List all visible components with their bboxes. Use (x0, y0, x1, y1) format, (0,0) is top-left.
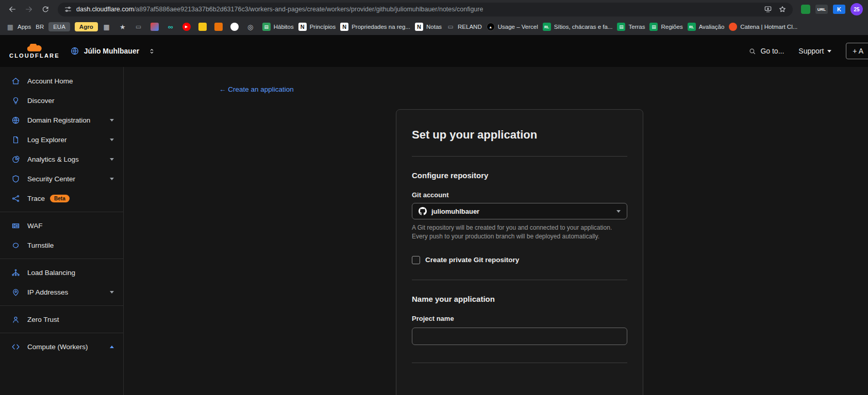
address-bar[interactable]: dash.cloudflare.com/a897af5886aee9213a37… (58, 3, 793, 16)
github-icon (230, 23, 239, 31)
bookmark-item[interactable] (230, 23, 242, 31)
trace-icon (11, 194, 20, 203)
chevron-down-icon (616, 210, 621, 213)
back-icon (8, 5, 16, 13)
sidebar-item-discover[interactable]: Discover (0, 91, 123, 110)
cloudflare-header: CLOUDFLARE Júlio Muhlbauer Go to... Supp… (0, 35, 868, 67)
bookmark-propriedades[interactable]: NPropriedades na reg... (340, 23, 410, 31)
github-icon (419, 207, 427, 215)
bookmark-principios[interactable]: NPrincípios (298, 23, 336, 31)
sidebar-divider (0, 259, 123, 259)
bookmark-vercel[interactable]: ▲Usage – Vercel (487, 23, 538, 31)
bookmark-reland[interactable]: ▭RELAND (446, 23, 482, 31)
notion-icon: N (415, 23, 423, 31)
sidebar-item-security-center[interactable]: Security Center (0, 169, 123, 188)
name-application-heading: Name your application (412, 295, 627, 303)
bookmark-star-icon[interactable] (778, 5, 787, 13)
support-menu[interactable]: Support (798, 47, 831, 55)
bookmark-notas[interactable]: NNotas (415, 23, 442, 31)
chevron-down-icon (110, 158, 114, 161)
reload-button[interactable] (38, 2, 53, 16)
sidebar-item-load-balancing[interactable]: Load Balancing (0, 263, 123, 282)
shield-icon (11, 175, 20, 183)
apps-grid-icon: ▦ (6, 23, 14, 31)
project-name-input[interactable] (412, 328, 627, 345)
sidebar-item-log-explorer[interactable]: Log Explorer (0, 130, 123, 149)
forward-button[interactable] (22, 2, 36, 16)
bookmark-item[interactable]: ∞ (166, 23, 178, 31)
bookmark-habitos[interactable]: ▤Hábitos (262, 23, 294, 31)
add-button[interactable]: + A (846, 43, 868, 59)
globe-icon (70, 46, 79, 56)
bookmark-regioes[interactable]: ▤Regiões (649, 23, 682, 31)
turnstile-icon (11, 241, 20, 250)
reload-icon (41, 5, 49, 13)
lightbulb-icon (11, 96, 20, 105)
sidebar-item-trace[interactable]: TraceBeta (0, 188, 123, 208)
sidebar-item-turnstile[interactable]: Turnstile (0, 235, 123, 255)
url-domain: dash.cloudflare.com (76, 6, 134, 13)
git-account-value: juliomuhlbauer (431, 208, 479, 215)
configure-repository-heading: Configure repository (412, 171, 627, 180)
bookmark-item[interactable]: ▭ (135, 23, 146, 31)
browser-toolbar: dash.cloudflare.com/a897af5886aee9213a37… (0, 0, 868, 19)
bookmark-item[interactable]: ★ (119, 23, 130, 31)
git-repo-help-text: A Git repository will be created for you… (412, 224, 618, 242)
notion-icon: N (340, 23, 348, 31)
bookmark-item[interactable]: ◎ (246, 23, 258, 31)
load-balancer-icon (11, 268, 20, 277)
account-selector[interactable]: Júlio Muhlbauer (70, 46, 156, 56)
bookmark-item[interactable]: EUA (48, 22, 70, 31)
bookmark-terras[interactable]: ▤Terras (617, 23, 645, 31)
bookmark-item[interactable] (151, 23, 162, 31)
beta-badge: Beta (50, 195, 70, 202)
main-content: ← Create an application Set up your appl… (124, 67, 868, 395)
git-account-select[interactable]: juliomuhlbauer (412, 203, 627, 219)
forward-icon (25, 5, 33, 13)
url-extension-icon[interactable]: URL (815, 5, 828, 14)
site-info-icon[interactable] (64, 5, 72, 13)
sidebar-item-ip-addresses[interactable]: IP Addresses (0, 282, 123, 302)
sidebar-item-compute-workers[interactable]: Compute (Workers) (0, 337, 123, 356)
back-to-create-application-link[interactable]: ← Create an application (219, 85, 294, 93)
hotmart-icon (729, 23, 737, 31)
bookmark-item[interactable]: Agro (75, 22, 98, 31)
sidebar-item-domain-registration[interactable]: Domain Registration (0, 110, 123, 130)
go-to-search[interactable]: Go to... (748, 47, 784, 55)
sidebar-item-zero-trust[interactable]: Zero Trust (0, 310, 123, 329)
bookmark-item[interactable] (198, 23, 210, 31)
sidebar-divider (0, 333, 123, 333)
extension-icon[interactable] (801, 5, 810, 14)
bookmark-catena[interactable]: Catena | Hotmart Cl... (729, 23, 797, 31)
bookmark-item[interactable] (214, 23, 226, 31)
pie-chart-icon (11, 155, 20, 164)
folder-icon: ▭ (446, 23, 455, 31)
bookmark-item[interactable]: BR (36, 24, 44, 30)
location-pin-icon (11, 288, 20, 297)
back-button[interactable] (5, 2, 20, 16)
extensions-area: URL K 25 (801, 3, 863, 15)
sidebar-divider (0, 212, 123, 212)
k-extension-icon[interactable]: K (833, 5, 845, 14)
sidebar-item-account-home[interactable]: Account Home (0, 71, 123, 91)
bookmark-avaliacao[interactable]: RLAvaliação (688, 23, 725, 31)
bookmark-favicon: ▤ (649, 23, 658, 31)
bookmark-item[interactable]: ▦ (103, 23, 114, 31)
bookmark-item[interactable]: ▶ (182, 23, 194, 31)
cloudflare-logo[interactable]: CLOUDFLARE (9, 44, 60, 59)
url-text: dash.cloudflare.com/a897af5886aee9213a37… (76, 6, 483, 13)
grid-icon: ▦ (103, 23, 111, 31)
code-brackets-icon (11, 342, 20, 351)
save-to-device-icon[interactable] (764, 5, 772, 13)
bookmark-favicon: ▤ (617, 23, 625, 31)
sidebar-item-analytics-logs[interactable]: Analytics & Logs (0, 149, 123, 169)
private-repo-checkbox[interactable] (412, 256, 420, 264)
private-repo-row[interactable]: Create private Git repository (412, 256, 627, 264)
sidebar-item-waf[interactable]: WAF (0, 216, 123, 235)
profile-avatar[interactable]: 25 (850, 3, 863, 15)
account-name: Júlio Muhlbauer (84, 47, 139, 55)
vercel-icon: ▲ (487, 23, 495, 31)
bookmark-sitios[interactable]: RLSítios, chácaras e fa... (543, 23, 613, 31)
home-icon (11, 77, 20, 85)
bookmark-apps[interactable]: ▦Apps (6, 23, 31, 31)
